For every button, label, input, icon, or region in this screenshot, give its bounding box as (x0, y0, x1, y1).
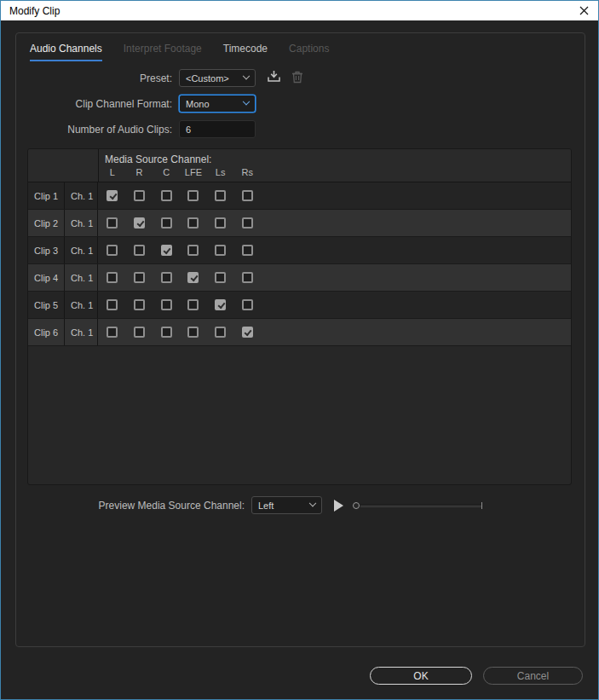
checkbox-clip5-rs[interactable] (242, 299, 253, 310)
checkbox-clip1-l[interactable] (107, 190, 118, 201)
number-of-audio-clips-value: 6 (186, 124, 191, 135)
checkbox-cells (98, 264, 261, 291)
table-row: Clip 1 Ch. 1 (28, 182, 571, 210)
close-icon (579, 6, 589, 15)
checkbox-cells (98, 237, 261, 263)
checkbox-cells (98, 292, 261, 318)
preset-row: Preset: <Custom> (16, 69, 303, 87)
checkbox-clip6-rs[interactable] (242, 327, 253, 338)
ok-button[interactable]: OK (370, 667, 472, 685)
column-header-r: R (126, 167, 153, 177)
number-of-audio-clips-label: Number of Audio Clips: (16, 124, 179, 136)
checkbox-clip2-rs[interactable] (242, 217, 253, 229)
tab-timecode[interactable]: Timecode (223, 43, 268, 61)
chevron-down-icon (243, 97, 250, 104)
checkbox-clip4-ls[interactable] (215, 272, 226, 283)
preview-channel-value: Left (258, 500, 274, 511)
column-header-lfe: LFE (180, 167, 207, 177)
checkbox-clip4-l[interactable] (107, 272, 118, 283)
tab-interpret-footage: Interpret Footage (124, 43, 202, 61)
delete-preset-button (291, 70, 303, 87)
checkbox-clip4-c[interactable] (161, 272, 172, 283)
checkbox-clip3-c[interactable] (161, 245, 172, 256)
checkbox-clip6-r[interactable] (134, 327, 145, 338)
preset-label: Preset: (16, 72, 179, 84)
slider-track-end (481, 502, 483, 509)
table-row: Clip 3 Ch. 1 (28, 237, 571, 264)
checkbox-clip5-r[interactable] (134, 299, 145, 310)
checkbox-clip1-ls[interactable] (215, 190, 226, 201)
preset-dropdown[interactable]: <Custom> (179, 69, 256, 87)
clip-name-cell: Clip 2 (28, 210, 65, 236)
clip-name-cell: Clip 5 (28, 292, 65, 318)
checkbox-clip1-c[interactable] (161, 190, 172, 201)
clip-channel-format-label: Clip Channel Format: (16, 98, 179, 110)
checkbox-clip2-ls[interactable] (215, 217, 226, 229)
checkbox-clip4-rs[interactable] (242, 272, 253, 283)
slider-track[interactable] (360, 504, 482, 507)
table-row: Clip 4 Ch. 1 (28, 264, 571, 292)
tab-audio-channels[interactable]: Audio Channels (30, 43, 102, 61)
channel-cell: Ch. 1 (65, 210, 98, 236)
clip-name-cell: Clip 4 (28, 264, 65, 291)
checkbox-clip2-lfe[interactable] (187, 217, 199, 229)
checkbox-clip2-c[interactable] (161, 217, 172, 229)
checkbox-clip1-lfe[interactable] (187, 190, 199, 201)
checkbox-clip3-lfe[interactable] (187, 245, 199, 256)
clip-name-cell: Clip 3 (28, 237, 65, 263)
checkbox-clip3-r[interactable] (134, 245, 145, 256)
save-preset-icon (267, 70, 281, 86)
checkbox-cells (98, 210, 261, 236)
channel-cell: Ch. 1 (65, 319, 98, 345)
preview-channel-dropdown[interactable]: Left (251, 496, 322, 514)
checkbox-cells (98, 319, 261, 345)
checkbox-clip5-ls[interactable] (215, 299, 226, 310)
content-panel: Audio Channels Interpret Footage Timecod… (15, 32, 585, 647)
clip-name-cell: Clip 6 (28, 319, 65, 345)
checkbox-clip6-ls[interactable] (215, 327, 226, 338)
channel-mapping-table: Media Source Channel: L R C LFE Ls Rs Cl… (27, 148, 572, 485)
number-of-audio-clips-input[interactable]: 6 (179, 120, 256, 138)
preview-media-source-channel-label: Preview Media Source Channel: (16, 500, 251, 512)
checkbox-clip2-l[interactable] (107, 217, 118, 229)
chevron-down-icon (243, 72, 250, 78)
checkbox-clip4-r[interactable] (134, 272, 145, 283)
channel-cell: Ch. 1 (65, 237, 98, 263)
checkbox-clip3-rs[interactable] (242, 245, 253, 256)
chevron-down-icon (309, 499, 316, 506)
save-preset-button[interactable] (267, 70, 281, 86)
checkbox-clip3-l[interactable] (107, 245, 118, 256)
window-title: Modify Clip (1, 5, 60, 17)
channel-cell: Ch. 1 (65, 264, 98, 291)
column-header-c: C (153, 167, 180, 177)
clip-name-cell: Clip 1 (28, 182, 65, 209)
play-icon[interactable] (334, 500, 343, 512)
checkbox-clip5-c[interactable] (161, 299, 172, 310)
slider-knob[interactable] (353, 502, 360, 509)
checkbox-clip6-c[interactable] (161, 327, 172, 338)
media-source-channel-label: Media Source Channel: (105, 153, 211, 165)
tab-captions: Captions (289, 43, 329, 61)
table-row: Clip 6 Ch. 1 (28, 319, 571, 346)
checkbox-clip6-l[interactable] (107, 327, 118, 338)
clip-channel-format-dropdown[interactable]: Mono (179, 95, 256, 113)
checkbox-clip1-rs[interactable] (242, 190, 253, 201)
checkbox-clip3-ls[interactable] (215, 245, 226, 256)
checkbox-clip4-lfe[interactable] (187, 272, 199, 283)
title-bar: Modify Clip (1, 1, 598, 20)
modify-clip-dialog: Modify Clip Audio Channels Interpret Foo… (0, 0, 599, 700)
cancel-button[interactable]: Cancel (483, 667, 583, 685)
checkbox-clip1-r[interactable] (134, 190, 145, 201)
preview-row: Preview Media Source Channel: Left (16, 496, 482, 514)
close-button[interactable] (569, 1, 598, 20)
checkbox-clip5-l[interactable] (107, 299, 118, 310)
preview-volume-slider[interactable] (353, 500, 482, 510)
checkbox-clip2-r[interactable] (134, 217, 145, 229)
checkbox-cells (98, 182, 261, 209)
trash-icon (291, 70, 303, 87)
table-row: Clip 2 Ch. 1 (28, 210, 571, 237)
checkbox-clip5-lfe[interactable] (187, 299, 199, 310)
checkbox-clip6-lfe[interactable] (187, 327, 199, 338)
clip-channel-format-row: Clip Channel Format: Mono (16, 95, 256, 113)
tab-bar: Audio Channels Interpret Footage Timecod… (30, 43, 329, 61)
